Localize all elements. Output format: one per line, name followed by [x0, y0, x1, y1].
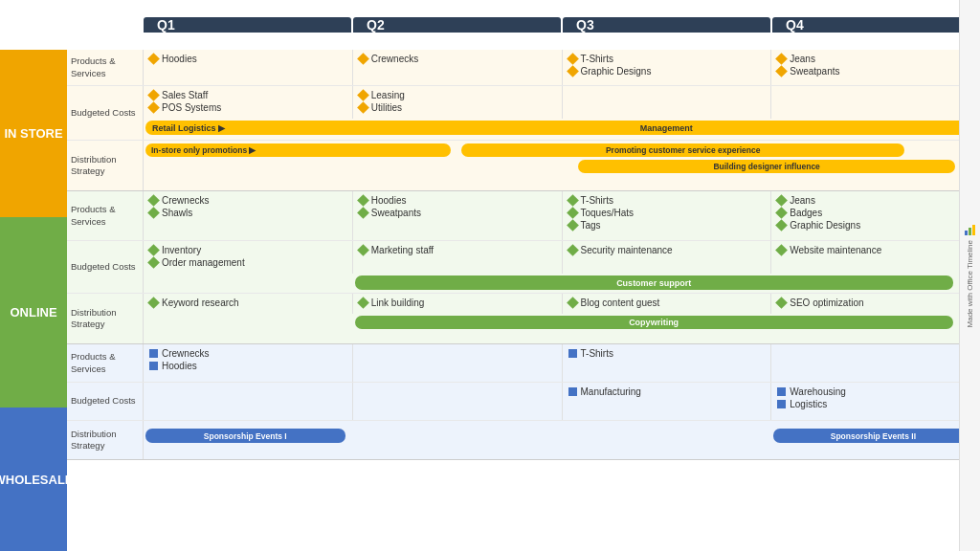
- watermark-text: Made with Office Timeline: [966, 240, 974, 327]
- promoting-bar: Promoting customer service experience: [461, 143, 904, 157]
- green-diamond-icon: [775, 194, 788, 207]
- wholesale-products-q1: Crewnecks Hoodies: [144, 344, 353, 382]
- list-item: Website maintenance: [777, 245, 974, 255]
- building-designer-bar: Building designer influence: [578, 160, 954, 173]
- yellow-diamond-icon: [775, 53, 788, 65]
- list-item: Hoodies: [149, 54, 346, 64]
- in-store-dist-row: Distribution Strategy In-store only prom…: [67, 141, 980, 190]
- list-item: Jeans: [777, 195, 974, 206]
- list-item: SEO optimization: [777, 298, 974, 308]
- wholesale-products-q2: [353, 344, 563, 382]
- list-item: Crewnecks: [149, 195, 346, 206]
- online-products-q2: Hoodies Sweatpants: [353, 191, 563, 240]
- list-item: Blog content guest: [568, 298, 766, 308]
- sponsorship-events-1-bar: Sponsorship Events I: [145, 429, 345, 443]
- wholesale-budget-q3: Manufacturing: [563, 383, 772, 420]
- list-item: Sweatpants: [359, 208, 556, 218]
- watermark-content: Made with Office Timeline: [964, 0, 977, 551]
- copywriting-bar: Copywriting: [355, 316, 953, 329]
- list-item: Jeans: [777, 54, 974, 64]
- main-container: IN STORE ONLINE WHOLESALE Q1 Q2 Q3 Q4 Pr…: [0, 0, 980, 551]
- green-diamond-icon: [147, 256, 160, 269]
- green-diamond-icon: [357, 297, 369, 309]
- online-dist-q1: Keyword research: [144, 294, 353, 314]
- online-label: ONLINE: [0, 217, 67, 408]
- online-products-q1: Crewnecks Shawls: [144, 191, 353, 240]
- online-dist-row: Distribution Strategy Keyword research: [67, 294, 980, 343]
- green-diamond-icon: [567, 207, 579, 219]
- wholesale-section: Products & Services Crewnecks Hoodies: [67, 344, 980, 460]
- wholesale-products-q4: [771, 344, 980, 382]
- green-diamond-icon: [147, 297, 160, 309]
- list-item: Crewnecks: [149, 348, 346, 359]
- online-dist-items: Keyword research Link building: [144, 294, 980, 314]
- green-diamond-icon: [357, 244, 369, 256]
- list-item: Marketing staff: [359, 245, 556, 255]
- list-item: Inventory: [149, 245, 346, 255]
- blue-square-icon: [568, 349, 577, 358]
- green-diamond-icon: [147, 207, 160, 219]
- quarter-headers: Q1 Q2 Q3 Q4: [144, 17, 980, 33]
- yellow-diamond-icon: [357, 89, 369, 101]
- green-diamond-icon: [775, 207, 788, 219]
- in-store-budget-row: Budgeted Costs Sales Staff POS Systems: [67, 86, 980, 141]
- list-item: Leasing: [359, 90, 556, 100]
- in-store-products-row: Products & Services Hoodies Crewnecks: [67, 50, 980, 86]
- list-item: Keyword research: [149, 298, 346, 308]
- online-dist-q4: SEO optimization: [771, 294, 980, 314]
- online-dist-label: Distribution Strategy: [67, 294, 144, 343]
- green-diamond-icon: [357, 194, 369, 207]
- green-diamond-icon: [775, 297, 788, 309]
- in-store-budget-q2: Leasing Utilities: [353, 86, 563, 119]
- list-item: Logistics: [777, 399, 974, 409]
- header-row: Q1 Q2 Q3 Q4: [67, 0, 980, 50]
- blue-square-icon: [149, 349, 158, 358]
- green-diamond-icon: [567, 194, 579, 207]
- header-spacer: [0, 0, 67, 50]
- online-dist-q2: Link building: [353, 294, 563, 314]
- office-timeline-icon: [964, 223, 977, 236]
- in-store-dist-bars: In-store only promotions ▶ Promoting cus…: [144, 141, 980, 190]
- online-budget-q2: Marketing staff: [353, 241, 563, 274]
- list-item: Crewnecks: [359, 54, 556, 64]
- online-dist-content: Keyword research Link building: [144, 294, 980, 343]
- list-item: Badges: [777, 208, 974, 218]
- list-item: Warehousing: [777, 386, 974, 397]
- online-budget-label: Budgeted Costs: [67, 241, 144, 293]
- online-products-row: Products & Services Crewnecks Shawls Hoo…: [67, 191, 980, 241]
- list-item: Graphic Designs: [568, 66, 766, 77]
- q3-header: Q3: [563, 17, 770, 33]
- list-item: Shawls: [149, 208, 346, 218]
- yellow-diamond-icon: [147, 89, 160, 101]
- in-store-products-q3: T-Shirts Graphic Designs: [563, 50, 772, 85]
- blue-square-icon: [568, 387, 577, 396]
- online-budget-content: Inventory Order management Marketing sta…: [144, 241, 980, 293]
- wholesale-dist-label: Distribution Strategy: [67, 421, 144, 459]
- content-area: Q1 Q2 Q3 Q4 Products & Services Hoodies: [67, 0, 980, 551]
- wholesale-dist-row: Distribution Strategy Sponsorship Events…: [67, 421, 980, 459]
- svg-rect-0: [965, 231, 968, 235]
- in-store-section: Products & Services Hoodies Crewnecks: [67, 50, 980, 191]
- list-item: Manufacturing: [568, 386, 766, 397]
- blue-square-icon: [149, 362, 158, 370]
- yellow-diamond-icon: [567, 53, 579, 65]
- in-store-dist-label: Distribution Strategy: [67, 141, 144, 190]
- wholesale-label: WHOLESALE: [0, 408, 67, 551]
- green-diamond-icon: [775, 219, 788, 231]
- online-budget-row: Budgeted Costs Inventory Order managemen…: [67, 241, 980, 294]
- watermark: Made with Office Timeline: [959, 0, 980, 551]
- list-item: T-Shirts: [568, 348, 766, 359]
- wholesale-budget-row: Budgeted Costs Manufacturing Warehousing: [67, 383, 980, 421]
- list-item: POS Systems: [149, 102, 346, 113]
- q1-header: Q1: [144, 17, 351, 33]
- sponsorship-events-2-bar: Sponsorship Events II: [773, 429, 974, 443]
- in-store-only-bar: In-store only promotions ▶: [145, 143, 451, 157]
- yellow-diamond-icon: [147, 101, 160, 114]
- in-store-budget-bars: Retail Logistics ▶ Management: [144, 119, 980, 138]
- in-store-products-q4: Jeans Sweatpants: [771, 50, 980, 85]
- online-budget-q4: Website maintenance: [771, 241, 980, 274]
- green-diamond-icon: [147, 194, 160, 207]
- wholesale-budget-q4: Warehousing Logistics: [771, 383, 980, 420]
- list-item: Security maintenance: [568, 245, 766, 255]
- list-item: Hoodies: [359, 195, 556, 206]
